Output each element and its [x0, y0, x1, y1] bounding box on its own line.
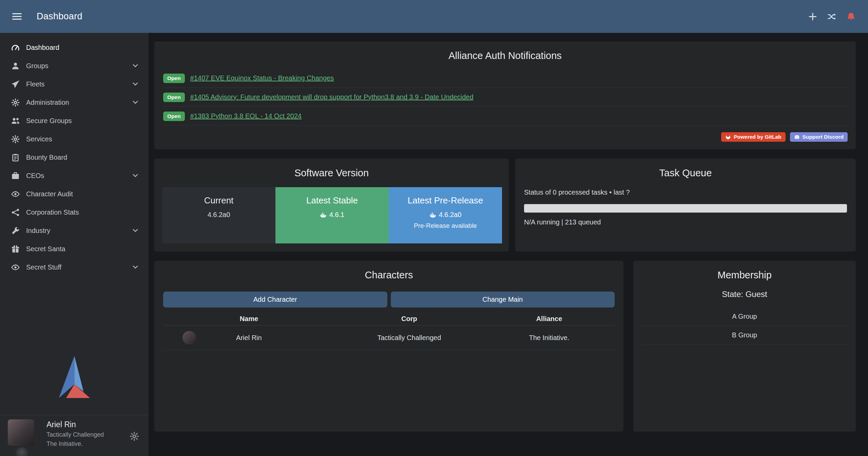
briefcase-icon: [10, 172, 20, 180]
sidebar-item-label: Services: [26, 135, 52, 143]
navbar-actions: [808, 12, 856, 21]
sidebar-item-label: Bounty Board: [26, 154, 67, 161]
add-character-plus-icon[interactable]: [808, 12, 817, 21]
column-header-corp: Corp: [335, 315, 484, 323]
sidebar-item-label: Secure Groups: [26, 117, 72, 125]
notifications-bell-icon[interactable]: [846, 12, 856, 21]
sidebar-item-label: Fleets: [26, 80, 44, 88]
version-prerelease-label: Latest Pre-Release: [389, 195, 502, 206]
chevron-down-icon: [132, 172, 139, 179]
table-header-row: Name Corp Alliance: [163, 312, 615, 325]
character-actions: Add Character Change Main: [163, 292, 615, 308]
user-name: Ariel Rin: [46, 420, 104, 429]
corp-logo: [15, 447, 28, 456]
gitlab-badge[interactable]: Powered by GitLab: [721, 132, 785, 142]
sidebar-item-industry[interactable]: Industry: [0, 221, 149, 240]
docker-whale-icon: [320, 212, 327, 218]
status-badge: Open: [163, 93, 185, 102]
top-navbar: Dashboard: [0, 0, 868, 33]
version-stable-value: 4.6.1: [275, 211, 389, 219]
menu-toggle-icon[interactable]: [12, 13, 22, 20]
chevron-down-icon: [132, 80, 139, 88]
share-icon: [10, 208, 20, 217]
sidebar-item-label: CEOs: [26, 172, 44, 180]
notification-row: Open #1383 Python 3.8 EOL - 14 Oct 2024: [163, 107, 847, 126]
sidebar-item-bounty-board[interactable]: Bounty Board: [0, 148, 149, 166]
notification-link[interactable]: #1407 EVE Equinox Status - Breaking Chan…: [190, 74, 334, 82]
sidebar-item-corporation-stats[interactable]: Corporation Stats: [0, 203, 149, 221]
sidebar: Dashboard Groups Fleets Administration S…: [0, 33, 149, 456]
version-number: 4.6.2a0: [208, 211, 230, 219]
user-settings-gear-icon[interactable]: [130, 432, 139, 441]
user-corp: Tactically Challenged: [46, 431, 104, 438]
eye-icon: [10, 263, 20, 272]
notification-link[interactable]: #1405 Advisory: Future development will …: [190, 93, 474, 101]
external-badges: Powered by GitLab Support Discord: [721, 132, 848, 142]
discord-badge[interactable]: Support Discord: [790, 132, 848, 142]
membership-panel: Membership State: Guest A Group B Group: [633, 261, 856, 432]
task-queue-progress-bar: [524, 204, 847, 213]
user-avatar: [8, 419, 34, 446]
sidebar-item-label: Corporation Stats: [26, 209, 79, 216]
character-alliance: The Initiative.: [484, 334, 615, 342]
gitlab-badge-label: Powered by GitLab: [734, 134, 781, 140]
version-prerelease-box: Latest Pre-Release 4.6.2a0 Pre-Release a…: [389, 187, 502, 243]
add-character-button[interactable]: Add Character: [163, 292, 387, 308]
dashboard-gauge-icon: [10, 43, 20, 52]
characters-title: Characters: [154, 270, 623, 281]
group-list-item: B Group: [642, 326, 847, 344]
software-version-panel: Software Version Current 4.6.2a0 Latest …: [154, 159, 509, 252]
notification-row: Open #1405 Advisory: Future development …: [163, 88, 847, 107]
sidebar-item-groups[interactable]: Groups: [0, 57, 149, 75]
discord-icon: [794, 134, 800, 140]
column-header-alliance: Alliance: [484, 315, 615, 323]
task-queue-panel: Task Queue Status of 0 processed tasks •…: [515, 159, 856, 252]
docker-whale-icon: [429, 212, 436, 218]
eye-icon: [10, 190, 20, 198]
sidebar-item-fleets[interactable]: Fleets: [0, 75, 149, 93]
notifications-title: Alliance Auth Notifications: [154, 50, 856, 61]
sidebar-item-secret-santa[interactable]: Secret Santa: [0, 240, 149, 258]
sidebar-item-dashboard[interactable]: Dashboard: [0, 38, 149, 57]
sidebar-item-character-audit[interactable]: Character Audit: [0, 185, 149, 203]
version-number: 4.6.1: [329, 211, 344, 219]
notification-link[interactable]: #1383 Python 3.8 EOL - 14 Oct 2024: [190, 112, 302, 120]
membership-groups-list: A Group B Group: [642, 307, 847, 344]
sidebar-item-administration[interactable]: Administration: [0, 93, 149, 112]
users-icon: [10, 117, 20, 125]
membership-title: Membership: [633, 270, 856, 281]
gears-icon: [10, 98, 20, 107]
page-title: Dashboard: [37, 11, 82, 22]
user-info: Ariel Rin Tactically Challenged The Init…: [46, 420, 104, 448]
sidebar-item-label: Secret Stuff: [26, 263, 61, 271]
status-badge: Open: [163, 112, 185, 121]
version-stable-label: Latest Stable: [275, 195, 389, 206]
sidebar-item-label: Dashboard: [26, 44, 59, 52]
prerelease-note: Pre-Release available: [389, 222, 502, 230]
sidebar-item-secret-stuff[interactable]: Secret Stuff: [0, 258, 149, 276]
character-portrait: [182, 331, 196, 344]
sidebar-item-label: Character Audit: [26, 190, 73, 198]
characters-table: Name Corp Alliance Ariel Rin Tactically …: [163, 312, 615, 350]
jet-icon: [10, 80, 20, 88]
notifications-panel: Alliance Auth Notifications Open #1407 E…: [154, 41, 856, 149]
sidebar-item-services[interactable]: Services: [0, 130, 149, 148]
gears-icon: [10, 135, 20, 143]
change-main-button[interactable]: Change Main: [391, 292, 615, 308]
characters-panel: Characters Add Character Change Main Nam…: [154, 261, 623, 432]
change-main-shuffle-icon[interactable]: [827, 12, 836, 21]
table-row: Ariel Rin Tactically Challenged The Init…: [163, 325, 615, 350]
task-queue-status: Status of 0 processed tasks • last ?: [524, 189, 630, 196]
status-badge: Open: [163, 74, 185, 83]
version-number: 4.6.2a0: [439, 211, 462, 219]
sidebar-item-secure-groups[interactable]: Secure Groups: [0, 112, 149, 130]
version-current-label: Current: [162, 195, 275, 206]
sidebar-item-ceos[interactable]: CEOs: [0, 166, 149, 185]
notifications-list: Open #1407 EVE Equinox Status - Breaking…: [163, 69, 847, 126]
version-prerelease-value: 4.6.2a0: [389, 211, 502, 219]
discord-badge-label: Support Discord: [803, 134, 844, 140]
character-corp: Tactically Challenged: [335, 334, 484, 342]
sidebar-item-label: Secret Santa: [26, 245, 65, 253]
task-queue-counts: N/A running | 213 queued: [524, 218, 601, 226]
clipboard-icon: [10, 153, 20, 162]
